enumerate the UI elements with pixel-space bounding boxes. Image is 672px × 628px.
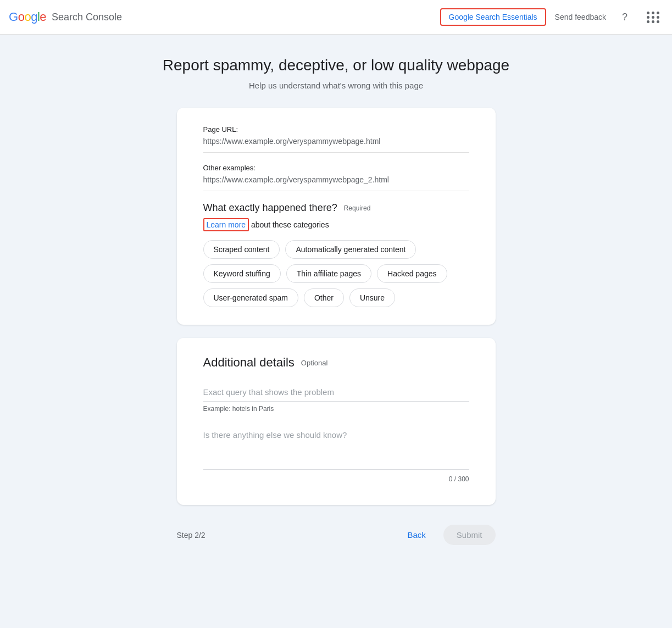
logo-o2: o xyxy=(24,10,31,24)
chips-container: Scraped content Automatically generated … xyxy=(203,240,469,307)
additional-heading: Additional details xyxy=(203,355,295,370)
chip-other[interactable]: Other xyxy=(304,288,344,307)
additional-details-card: Additional details Optional Example: hot… xyxy=(177,338,496,505)
help-icon-button[interactable]: ? xyxy=(615,7,635,27)
step-label: Step 2/2 xyxy=(177,531,206,540)
chip-hacked-pages[interactable]: Hacked pages xyxy=(377,264,447,283)
app-name: Search Console xyxy=(52,12,122,23)
page-url-value: https://www.example.org/veryspammywebpag… xyxy=(203,137,469,153)
chip-scraped-content[interactable]: Scraped content xyxy=(203,240,280,259)
help-icon: ? xyxy=(622,12,627,23)
query-hint: Example: hotels in Paris xyxy=(203,405,469,413)
footer-nav: Step 2/2 Back Submit xyxy=(177,518,496,545)
chip-auto-generated[interactable]: Automatically generated content xyxy=(285,240,416,259)
main-content: Report spammy, deceptive, or low quality… xyxy=(0,35,672,589)
form-card: Page URL: https://www.example.org/verysp… xyxy=(177,108,496,325)
other-examples-label: Other examples: xyxy=(203,164,469,172)
send-feedback-button[interactable]: Send feedback xyxy=(555,13,606,21)
header-right: Google Search Essentials Send feedback ? xyxy=(440,7,664,27)
apps-icon-button[interactable] xyxy=(643,7,663,27)
query-field-wrap: Example: hotels in Paris xyxy=(203,383,469,413)
optional-badge: Optional xyxy=(301,359,327,367)
logo-g: G xyxy=(9,10,18,24)
additional-heading-row: Additional details Optional xyxy=(203,355,469,370)
footer-buttons: Back Submit xyxy=(398,525,495,545)
logo-o1: o xyxy=(18,10,25,24)
logo-g2: g xyxy=(31,10,37,24)
page-url-label: Page URL: xyxy=(203,125,469,134)
what-happened-heading: What exactly happened there? xyxy=(203,202,337,214)
header: Google Search Console Google Search Esse… xyxy=(0,0,672,35)
additional-details-textarea[interactable] xyxy=(203,426,469,470)
learn-more-link[interactable]: Learn more xyxy=(203,218,249,231)
textarea-wrap: 0 / 300 xyxy=(203,426,469,483)
learn-more-row: Learn more about these categories xyxy=(203,220,469,229)
query-input[interactable] xyxy=(203,383,469,402)
logo-e: e xyxy=(40,10,46,24)
chip-thin-affiliate[interactable]: Thin affiliate pages xyxy=(286,264,371,283)
submit-button[interactable]: Submit xyxy=(443,525,496,545)
apps-grid-icon xyxy=(647,12,660,23)
char-count: 0 / 300 xyxy=(203,475,469,483)
required-badge: Required xyxy=(344,204,371,212)
back-button[interactable]: Back xyxy=(398,526,434,544)
page-title: Report spammy, deceptive, or low quality… xyxy=(163,57,509,74)
page-subtitle: Help us understand what's wrong with thi… xyxy=(249,81,423,90)
what-happened-row: What exactly happened there? Required xyxy=(203,202,469,214)
other-examples-value: https://www.example.org/veryspammywebpag… xyxy=(203,175,469,191)
about-categories-text: about these categories xyxy=(249,220,329,229)
chip-unsure[interactable]: Unsure xyxy=(349,288,395,307)
search-essentials-button[interactable]: Google Search Essentials xyxy=(440,8,546,26)
chip-keyword-stuffing[interactable]: Keyword stuffing xyxy=(203,264,281,283)
chip-user-generated-spam[interactable]: User-generated spam xyxy=(203,288,298,307)
google-logo: Google xyxy=(9,10,46,24)
logo-area: Google Search Console xyxy=(9,10,122,24)
